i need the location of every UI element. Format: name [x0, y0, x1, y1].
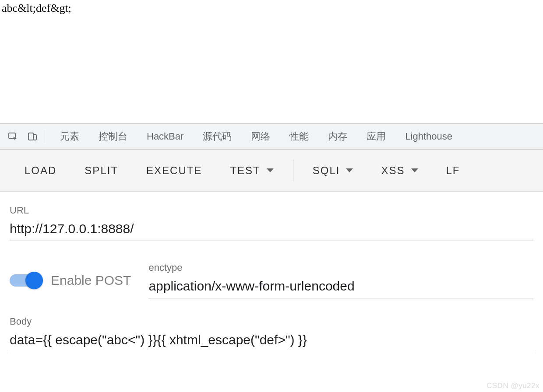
- execute-button-label: EXECUTE: [146, 164, 202, 177]
- chevron-down-icon: [267, 168, 274, 172]
- enable-post-toggle[interactable]: [10, 271, 43, 290]
- enctype-field-group: enctype: [148, 262, 533, 298]
- test-dropdown[interactable]: TEST: [216, 150, 287, 192]
- test-button-label: TEST: [230, 164, 260, 177]
- toolbar-divider: [293, 160, 293, 182]
- load-button-label: LOAD: [25, 164, 56, 177]
- tab-application[interactable]: 应用: [357, 123, 395, 150]
- split-button[interactable]: SPLIT: [71, 150, 132, 192]
- body-input[interactable]: [10, 330, 533, 352]
- enctype-label: enctype: [148, 262, 533, 273]
- post-row: Enable POST enctype: [10, 262, 533, 298]
- lf-button-label: LF: [446, 164, 460, 177]
- tab-performance[interactable]: 性能: [280, 123, 318, 150]
- url-label: URL: [10, 205, 533, 216]
- svg-rect-1: [28, 133, 33, 140]
- tab-divider: [45, 130, 45, 143]
- xss-button-label: XSS: [381, 164, 405, 177]
- enable-post-toggle-wrap: Enable POST: [10, 271, 131, 290]
- chevron-down-icon: [346, 168, 353, 172]
- svg-rect-2: [33, 135, 36, 140]
- devtools-tab-strip: 元素 控制台 HackBar 源代码 网络 性能 内存 应用 Lighthous…: [0, 123, 543, 150]
- execute-button[interactable]: EXECUTE: [132, 150, 216, 192]
- page-output: abc&lt;def&gt;: [0, 0, 543, 123]
- url-field-group: URL: [10, 205, 533, 241]
- enctype-input[interactable]: [148, 276, 533, 298]
- tab-sources[interactable]: 源代码: [193, 123, 241, 150]
- body-field-group: Body: [10, 316, 533, 352]
- xss-dropdown[interactable]: XSS: [367, 150, 432, 192]
- tab-elements[interactable]: 元素: [50, 123, 89, 150]
- hackbar-panel: URL Enable POST enctype Body: [0, 192, 543, 352]
- tab-lighthouse[interactable]: Lighthouse: [395, 123, 462, 150]
- sqli-button-label: SQLI: [313, 164, 340, 177]
- tab-memory[interactable]: 内存: [318, 123, 357, 150]
- sqli-dropdown[interactable]: SQLI: [299, 150, 367, 192]
- lf-dropdown[interactable]: LF: [432, 150, 460, 192]
- tab-console[interactable]: 控制台: [89, 123, 137, 150]
- split-button-label: SPLIT: [85, 164, 118, 177]
- toggle-thumb: [25, 272, 43, 289]
- tab-hackbar[interactable]: HackBar: [137, 123, 193, 150]
- url-input[interactable]: [10, 219, 533, 241]
- device-toggle-icon[interactable]: [26, 130, 39, 143]
- body-label: Body: [10, 316, 533, 327]
- chevron-down-icon: [411, 168, 418, 172]
- watermark: CSDN @yu22x: [487, 382, 539, 390]
- tab-network[interactable]: 网络: [241, 123, 280, 150]
- hackbar-toolbar: LOAD SPLIT EXECUTE TEST SQLI XSS LF: [0, 150, 543, 192]
- load-button[interactable]: LOAD: [11, 150, 71, 192]
- inspect-element-icon[interactable]: [7, 130, 19, 143]
- enable-post-label: Enable POST: [51, 273, 131, 288]
